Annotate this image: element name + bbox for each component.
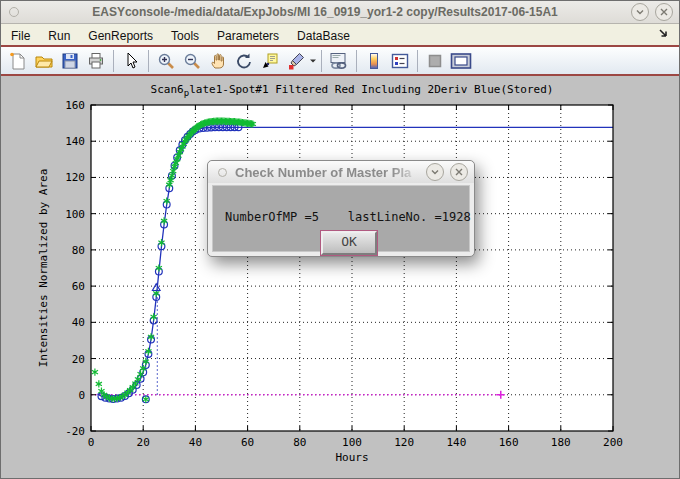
toolbar-separator <box>148 50 149 72</box>
save-icon <box>60 51 80 71</box>
svg-text:80: 80 <box>72 244 85 257</box>
brush-icon <box>286 51 306 71</box>
window-title: EASYconsole-/media/data/ExpJobs/MI 16_09… <box>19 5 631 19</box>
svg-text:100: 100 <box>342 436 362 449</box>
pointer-tool-button[interactable] <box>119 49 143 73</box>
toolbar-separator <box>321 50 322 72</box>
svg-text:140: 140 <box>65 135 85 148</box>
svg-text:0: 0 <box>88 436 95 449</box>
zoom-out-button[interactable] <box>180 49 204 73</box>
close-icon <box>454 167 464 177</box>
svg-text:60: 60 <box>72 280 85 293</box>
toolbar-separator <box>356 50 357 72</box>
window-close-button[interactable] <box>655 3 673 21</box>
menubar: FileRunGenReportsToolsParametersDataBase <box>1 24 679 47</box>
toolbar <box>1 47 679 76</box>
datatip-button[interactable] <box>258 49 282 73</box>
open-file-button[interactable] <box>32 49 56 73</box>
svg-text:140: 140 <box>446 436 466 449</box>
dialog-shade-button[interactable] <box>426 163 444 181</box>
svg-text:180: 180 <box>551 436 571 449</box>
menu-item-run[interactable]: Run <box>48 29 70 43</box>
dialog-close-button[interactable] <box>450 163 468 181</box>
ok-button[interactable]: OK <box>321 231 377 255</box>
dialog-body: NumberOfMP =5 lastLineNo. =1928 OK <box>212 185 470 252</box>
zoom-out-icon <box>182 51 202 71</box>
new-file-button[interactable] <box>6 49 30 73</box>
dock-arrow-icon[interactable] <box>657 27 671 45</box>
toolbar-separator <box>417 50 418 72</box>
open-folder-icon <box>34 51 54 71</box>
zoom-in-icon <box>156 51 176 71</box>
dialog-menu-icon[interactable] <box>218 168 227 177</box>
axes-window-button[interactable] <box>449 49 473 73</box>
menu-item-database[interactable]: DataBase <box>297 29 350 43</box>
pointer-icon <box>121 51 141 71</box>
print-button[interactable] <box>84 49 108 73</box>
chevron-down-icon <box>430 167 440 177</box>
svg-text:160: 160 <box>65 99 85 112</box>
colorbar-icon <box>364 51 384 71</box>
brush-button[interactable] <box>284 49 308 73</box>
print-icon <box>86 51 106 71</box>
svg-text:160: 160 <box>499 436 519 449</box>
dropdown-caret-icon <box>309 58 317 64</box>
svg-text:80: 80 <box>293 436 306 449</box>
legend-icon <box>390 51 410 71</box>
disabled-square-icon <box>425 51 445 71</box>
svg-text:40: 40 <box>72 316 85 329</box>
rotate-button[interactable] <box>232 49 256 73</box>
brush-dropdown-button[interactable] <box>309 49 317 73</box>
app-window: EASYconsole-/media/data/ExpJobs/MI 16_09… <box>0 0 680 479</box>
svg-text:60: 60 <box>241 436 254 449</box>
window-shade-button[interactable] <box>631 3 649 21</box>
close-icon <box>659 7 669 17</box>
svg-text:Intensities Normalized by Area: Intensities Normalized by Area <box>37 169 50 368</box>
pan-hand-icon <box>208 51 228 71</box>
new-file-icon <box>8 51 28 71</box>
svg-text:20: 20 <box>72 353 85 366</box>
datatip-icon <box>260 51 280 71</box>
link-icon <box>328 51 350 71</box>
rotate-icon <box>234 51 254 71</box>
svg-text:120: 120 <box>394 436 414 449</box>
dialog-title: Check Number of Master Pla <box>235 165 426 180</box>
disabled-tool-button <box>423 49 447 73</box>
menu-item-parameters[interactable]: Parameters <box>217 29 279 43</box>
dialog-titlebar[interactable]: Check Number of Master Pla <box>208 161 474 183</box>
toolbar-separator <box>113 50 114 72</box>
window-menu-icon[interactable] <box>9 7 19 17</box>
menu-items: FileRunGenReportsToolsParametersDataBase <box>11 26 368 44</box>
axes-window-icon <box>449 51 473 71</box>
check-number-dialog[interactable]: Check Number of Master Pla NumberOfMP =5… <box>207 160 475 257</box>
svg-text:Hours: Hours <box>335 451 368 464</box>
svg-text:20: 20 <box>137 436 150 449</box>
plot-axes[interactable]: 020406080100120140160180200-200204060801… <box>1 76 680 476</box>
figure-canvas: 020406080100120140160180200-200204060801… <box>1 76 679 476</box>
menu-item-genreports[interactable]: GenReports <box>88 29 153 43</box>
chevron-down-icon <box>635 7 645 17</box>
dialog-message: NumberOfMP =5 lastLineNo. =1928 <box>225 210 471 224</box>
link-plot-button[interactable] <box>327 49 351 73</box>
svg-text:Scan6plate1-Spot#1 Filtered Re: Scan6plate1-Spot#1 Filtered Red Includin… <box>151 83 554 98</box>
svg-text:120: 120 <box>65 171 85 184</box>
insert-legend-button[interactable] <box>388 49 412 73</box>
save-button[interactable] <box>58 49 82 73</box>
svg-text:-20: -20 <box>65 425 85 438</box>
menu-item-tools[interactable]: Tools <box>171 29 199 43</box>
svg-text:100: 100 <box>65 208 85 221</box>
pan-button[interactable] <box>206 49 230 73</box>
svg-text:0: 0 <box>78 389 85 402</box>
svg-text:200: 200 <box>603 436 623 449</box>
window-titlebar[interactable]: EASYconsole-/media/data/ExpJobs/MI 16_09… <box>1 1 679 24</box>
svg-text:40: 40 <box>189 436 202 449</box>
menu-item-file[interactable]: File <box>11 29 30 43</box>
insert-colorbar-button[interactable] <box>362 49 386 73</box>
zoom-in-button[interactable] <box>154 49 178 73</box>
